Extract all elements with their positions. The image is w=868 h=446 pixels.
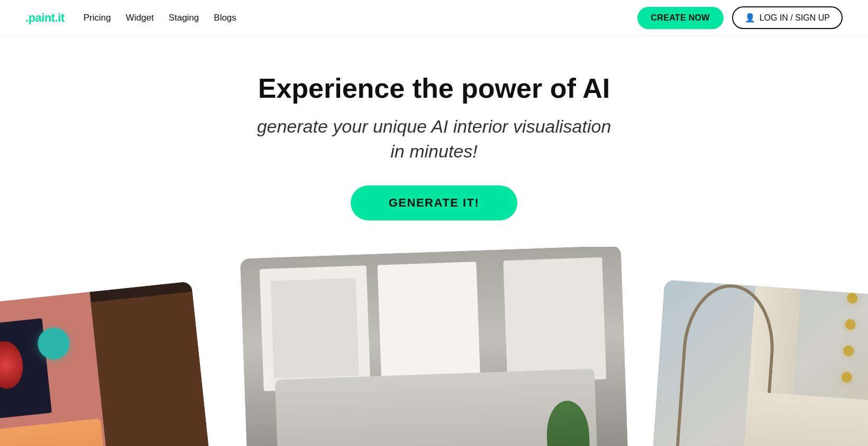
nav-right: CREATE NOW 👤 LOG IN / SIGN UP bbox=[637, 6, 843, 29]
nav-link-pricing[interactable]: Pricing bbox=[84, 13, 111, 23]
generate-button[interactable]: GENERATE IT! bbox=[351, 185, 518, 220]
hero-subtitle: generate your unique AI interior visuali… bbox=[257, 114, 611, 164]
wall-art-1 bbox=[259, 265, 370, 391]
pendant-ball-1 bbox=[846, 292, 857, 303]
pendant-ball-3 bbox=[843, 345, 854, 356]
nav-link-blogs[interactable]: Blogs bbox=[214, 13, 236, 23]
create-now-button[interactable]: CREATE NOW bbox=[637, 7, 724, 29]
hero-subtitle-line1: generate your unique AI interior visuali… bbox=[257, 116, 611, 136]
room-left-interior bbox=[0, 281, 213, 446]
pendant-ball-2 bbox=[845, 319, 856, 330]
logo-name: paint.it bbox=[29, 11, 65, 24]
nav-link-widget[interactable]: Widget bbox=[126, 13, 154, 23]
nav-links: Pricing Widget Staging Blogs bbox=[84, 13, 236, 23]
room-image-left bbox=[0, 281, 213, 446]
hero-subtitle-line2: in minutes! bbox=[390, 141, 477, 161]
images-section bbox=[0, 247, 868, 446]
room-image-center bbox=[240, 247, 628, 446]
nav-item-staging[interactable]: Staging bbox=[169, 13, 199, 23]
bookshelf bbox=[90, 292, 209, 446]
nav-item-blogs[interactable]: Blogs bbox=[214, 13, 236, 23]
hero-title: Experience the power of AI bbox=[258, 73, 610, 105]
nav-left: .paint.it Pricing Widget Staging Blogs bbox=[25, 11, 236, 25]
login-label: LOG IN / SIGN UP bbox=[760, 13, 830, 23]
hero-section: Experience the power of AI generate your… bbox=[0, 36, 868, 241]
nav-item-pricing[interactable]: Pricing bbox=[84, 13, 111, 23]
wall-art-2 bbox=[377, 262, 480, 387]
login-button[interactable]: 👤 LOG IN / SIGN UP bbox=[732, 6, 843, 29]
nav-link-staging[interactable]: Staging bbox=[169, 13, 199, 23]
room-image-right bbox=[650, 280, 868, 446]
room-right-interior bbox=[650, 280, 868, 446]
right-sofa bbox=[741, 392, 868, 446]
wall-art-3 bbox=[503, 257, 606, 383]
nav-item-widget[interactable]: Widget bbox=[126, 13, 154, 23]
room-center-interior bbox=[240, 247, 628, 446]
logo[interactable]: .paint.it bbox=[25, 11, 65, 25]
navbar: .paint.it Pricing Widget Staging Blogs C… bbox=[0, 0, 868, 36]
user-icon: 👤 bbox=[745, 13, 755, 23]
pendant-ball-4 bbox=[841, 371, 852, 383]
